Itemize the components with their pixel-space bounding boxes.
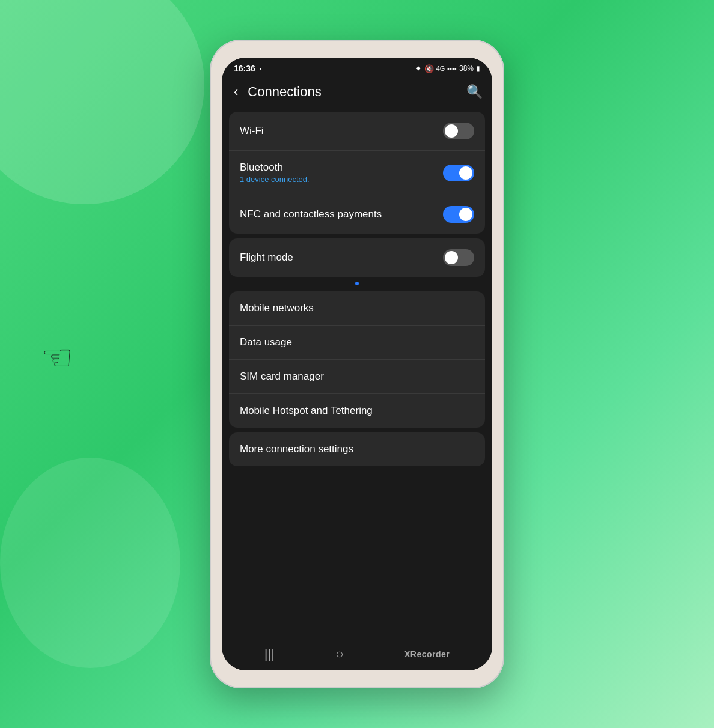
card-group-more: More connection settings: [229, 432, 485, 466]
wifi-toggle-knob: [445, 124, 458, 138]
battery-icon: ▮: [476, 64, 480, 73]
flight-mode-row[interactable]: Flight mode: [229, 238, 485, 277]
flight-label-container: Flight mode: [240, 252, 293, 264]
nav-bar: ||| ○ XRecorder: [222, 640, 492, 670]
flight-mode-toggle[interactable]: [443, 249, 474, 266]
mute-status-icon: 🔇: [424, 64, 434, 73]
hotspot-tethering-row[interactable]: Mobile Hotspot and Tethering: [229, 394, 485, 428]
more-connection-label-container: More connection settings: [240, 443, 353, 455]
flight-toggle-knob: [445, 251, 458, 264]
hotspot-label-container: Mobile Hotspot and Tethering: [240, 405, 373, 417]
flight-mode-label: Flight mode: [240, 252, 293, 264]
top-bar: ‹ Connections 🔍: [222, 77, 492, 109]
nfc-toggle[interactable]: [443, 206, 474, 223]
page-title: Connections: [248, 84, 459, 100]
hotspot-tethering-label: Mobile Hotspot and Tethering: [240, 405, 373, 417]
nfc-label-container: NFC and contactless payments: [240, 208, 382, 220]
pointing-hand-icon: ☞: [41, 336, 73, 378]
sim-card-label-container: SIM card manager: [240, 371, 324, 383]
bluetooth-status-icon: ✦: [415, 64, 422, 73]
bluetooth-sublabel: 1 device connected.: [240, 175, 310, 184]
nfc-toggle-knob: [459, 208, 472, 221]
mobile-networks-label-container: Mobile networks: [240, 302, 314, 314]
status-time: 16:36 ▪: [234, 64, 262, 73]
clock: 16:36: [234, 64, 255, 73]
sim-card-manager-row[interactable]: SIM card manager: [229, 360, 485, 394]
settings-content: Wi-Fi Bluetooth 1 device connected.: [222, 109, 492, 640]
nav-home-button[interactable]: ○: [335, 646, 343, 662]
camera-status-icon: ▪: [260, 65, 262, 72]
bluetooth-toggle-knob: [459, 166, 472, 180]
nav-back-button[interactable]: |||: [264, 646, 275, 662]
data-usage-label-container: Data usage: [240, 336, 292, 348]
back-button[interactable]: ‹: [231, 82, 240, 102]
battery-percent: 38%: [459, 64, 474, 73]
scroll-dot-indicator: [355, 282, 359, 285]
wifi-label-container: Wi-Fi: [240, 125, 264, 137]
bg-decoration-blob2: [0, 458, 180, 668]
more-connection-settings-label: More connection settings: [240, 443, 353, 455]
sim-card-manager-label: SIM card manager: [240, 371, 324, 383]
bluetooth-toggle[interactable]: [443, 165, 474, 181]
data-usage-row[interactable]: Data usage: [229, 326, 485, 360]
signal-status-icon: 4G: [436, 65, 445, 72]
status-bar: 16:36 ▪ ✦ 🔇 4G ▪▪▪▪ 38% ▮: [222, 58, 492, 77]
status-icons: ✦ 🔇 4G ▪▪▪▪ 38% ▮: [415, 64, 480, 73]
nav-recorder-label: XRecorder: [404, 649, 450, 659]
search-button[interactable]: 🔍: [466, 84, 483, 100]
card-group-flight: Flight mode: [229, 238, 485, 277]
card-group-mobile: Mobile networks Data usage SIM card mana…: [229, 291, 485, 428]
mobile-networks-label: Mobile networks: [240, 302, 314, 314]
bluetooth-row[interactable]: Bluetooth 1 device connected.: [229, 151, 485, 195]
data-usage-label: Data usage: [240, 336, 292, 348]
mobile-networks-row[interactable]: Mobile networks: [229, 291, 485, 326]
bluetooth-label: Bluetooth: [240, 162, 310, 174]
phone-screen: 16:36 ▪ ✦ 🔇 4G ▪▪▪▪ 38% ▮ ‹ Connections …: [222, 58, 492, 670]
more-connection-settings-row[interactable]: More connection settings: [229, 432, 485, 466]
card-group-wifi-bluetooth-nfc: Wi-Fi Bluetooth 1 device connected.: [229, 112, 485, 234]
nfc-row[interactable]: NFC and contactless payments: [229, 195, 485, 234]
wifi-label: Wi-Fi: [240, 125, 264, 137]
wifi-toggle[interactable]: [443, 123, 474, 139]
phone-shell: 16:36 ▪ ✦ 🔇 4G ▪▪▪▪ 38% ▮ ‹ Connections …: [210, 40, 504, 688]
bluetooth-label-container: Bluetooth 1 device connected.: [240, 162, 310, 184]
wifi-row[interactable]: Wi-Fi: [229, 112, 485, 151]
bg-decoration-blob1: [0, 0, 204, 204]
signal-bars-icon: ▪▪▪▪: [447, 65, 457, 72]
nfc-label: NFC and contactless payments: [240, 208, 382, 220]
